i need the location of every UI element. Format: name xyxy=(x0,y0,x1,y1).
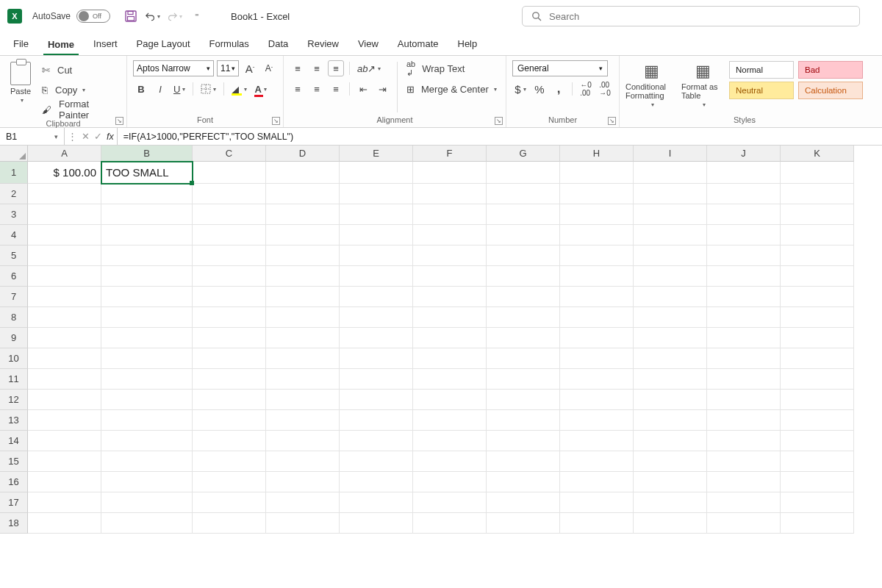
select-all-corner[interactable] xyxy=(0,146,28,162)
cell-G11[interactable] xyxy=(487,369,560,390)
cell-B3[interactable] xyxy=(101,204,193,225)
align-top-button[interactable]: ≡ xyxy=(290,60,306,76)
cancel-icon[interactable]: ✕ xyxy=(82,131,90,142)
cell-E5[interactable] xyxy=(340,245,413,266)
cell-K14[interactable] xyxy=(781,431,854,451)
cell-A2[interactable] xyxy=(28,184,101,204)
cell-I10[interactable] xyxy=(634,348,707,369)
cell-I5[interactable] xyxy=(634,245,707,266)
col-head-G[interactable]: G xyxy=(487,146,560,162)
cell-G10[interactable] xyxy=(487,348,560,369)
cell-G17[interactable] xyxy=(487,492,560,513)
cell-B7[interactable] xyxy=(101,287,193,307)
cell-I17[interactable] xyxy=(634,492,707,513)
cell-D5[interactable] xyxy=(266,245,340,266)
cell-G15[interactable] xyxy=(487,451,560,472)
cell-C6[interactable] xyxy=(193,266,266,287)
cell-D2[interactable] xyxy=(266,184,340,204)
row-head-10[interactable]: 10 xyxy=(0,348,28,369)
cell-E9[interactable] xyxy=(340,328,413,348)
redo-button[interactable] xyxy=(168,9,182,24)
cell-E3[interactable] xyxy=(340,204,413,225)
cell-B14[interactable] xyxy=(101,431,193,451)
tab-home[interactable]: Home xyxy=(43,35,79,55)
cell-K2[interactable] xyxy=(781,184,854,204)
cell-H18[interactable] xyxy=(560,513,634,534)
cell-F13[interactable] xyxy=(413,410,487,431)
cell-B18[interactable] xyxy=(101,513,193,534)
cell-J7[interactable] xyxy=(707,287,781,307)
cell-C17[interactable] xyxy=(193,492,266,513)
style-normal[interactable]: Normal xyxy=(729,61,794,79)
wrap-text-button[interactable]: ab↲ Wrap Text xyxy=(404,60,485,76)
save-icon[interactable] xyxy=(123,9,138,24)
cell-D16[interactable] xyxy=(266,472,340,492)
number-format-combo[interactable]: General▾ xyxy=(512,60,608,76)
align-middle-button[interactable]: ≡ xyxy=(309,60,325,76)
cell-F18[interactable] xyxy=(413,513,487,534)
cell-A12[interactable] xyxy=(28,390,101,410)
fbar-more[interactable]: ⋮ xyxy=(68,131,77,142)
cell-D6[interactable] xyxy=(266,266,340,287)
cell-C3[interactable] xyxy=(193,204,266,225)
cell-D11[interactable] xyxy=(266,369,340,390)
cell-B13[interactable] xyxy=(101,410,193,431)
cell-I3[interactable] xyxy=(634,204,707,225)
cell-D3[interactable] xyxy=(266,204,340,225)
cell-C1[interactable] xyxy=(193,162,266,184)
cell-E14[interactable] xyxy=(340,431,413,451)
cell-C4[interactable] xyxy=(193,225,266,245)
cell-K17[interactable] xyxy=(781,492,854,513)
style-neutral[interactable]: Neutral xyxy=(729,82,794,99)
cell-F16[interactable] xyxy=(413,472,487,492)
row-head-14[interactable]: 14 xyxy=(0,431,28,451)
cell-D9[interactable] xyxy=(266,328,340,348)
cell-A1[interactable]: $ 100.00 xyxy=(28,162,101,184)
cell-F9[interactable] xyxy=(413,328,487,348)
name-box[interactable]: B1▾ xyxy=(0,128,65,145)
row-head-15[interactable]: 15 xyxy=(0,451,28,472)
cell-H14[interactable] xyxy=(560,431,634,451)
cell-B17[interactable] xyxy=(101,492,193,513)
cell-D12[interactable] xyxy=(266,390,340,410)
cell-I11[interactable] xyxy=(634,369,707,390)
cell-F5[interactable] xyxy=(413,245,487,266)
cell-A8[interactable] xyxy=(28,307,101,328)
copy-button[interactable]: ⎘ Copy xyxy=(40,82,113,98)
borders-button[interactable] xyxy=(198,81,218,97)
cell-J6[interactable] xyxy=(707,266,781,287)
cell-A6[interactable] xyxy=(28,266,101,287)
tab-page-layout[interactable]: Page Layout xyxy=(132,34,195,55)
cell-J16[interactable] xyxy=(707,472,781,492)
cell-J10[interactable] xyxy=(707,348,781,369)
cell-K10[interactable] xyxy=(781,348,854,369)
cell-K3[interactable] xyxy=(781,204,854,225)
cell-C14[interactable] xyxy=(193,431,266,451)
font-name-combo[interactable]: Aptos Narrow▾ xyxy=(133,60,214,76)
fx-button[interactable]: fx xyxy=(107,132,114,142)
decrease-indent-button[interactable]: ⇤ xyxy=(355,81,371,97)
cell-I6[interactable] xyxy=(634,266,707,287)
cell-J14[interactable] xyxy=(707,431,781,451)
cell-E8[interactable] xyxy=(340,307,413,328)
cell-C9[interactable] xyxy=(193,328,266,348)
cell-H17[interactable] xyxy=(560,492,634,513)
cell-K12[interactable] xyxy=(781,390,854,410)
cell-F10[interactable] xyxy=(413,348,487,369)
cell-C13[interactable] xyxy=(193,410,266,431)
cell-J11[interactable] xyxy=(707,369,781,390)
cell-D13[interactable] xyxy=(266,410,340,431)
cell-G6[interactable] xyxy=(487,266,560,287)
row-head-8[interactable]: 8 xyxy=(0,307,28,328)
cell-D14[interactable] xyxy=(266,431,340,451)
cell-F12[interactable] xyxy=(413,390,487,410)
undo-button[interactable] xyxy=(146,9,160,24)
row-head-12[interactable]: 12 xyxy=(0,390,28,410)
cell-K15[interactable] xyxy=(781,451,854,472)
cell-K5[interactable] xyxy=(781,245,854,266)
number-launcher[interactable]: ↘ xyxy=(608,117,616,125)
cell-H8[interactable] xyxy=(560,307,634,328)
cell-J9[interactable] xyxy=(707,328,781,348)
cell-D15[interactable] xyxy=(266,451,340,472)
cell-H16[interactable] xyxy=(560,472,634,492)
